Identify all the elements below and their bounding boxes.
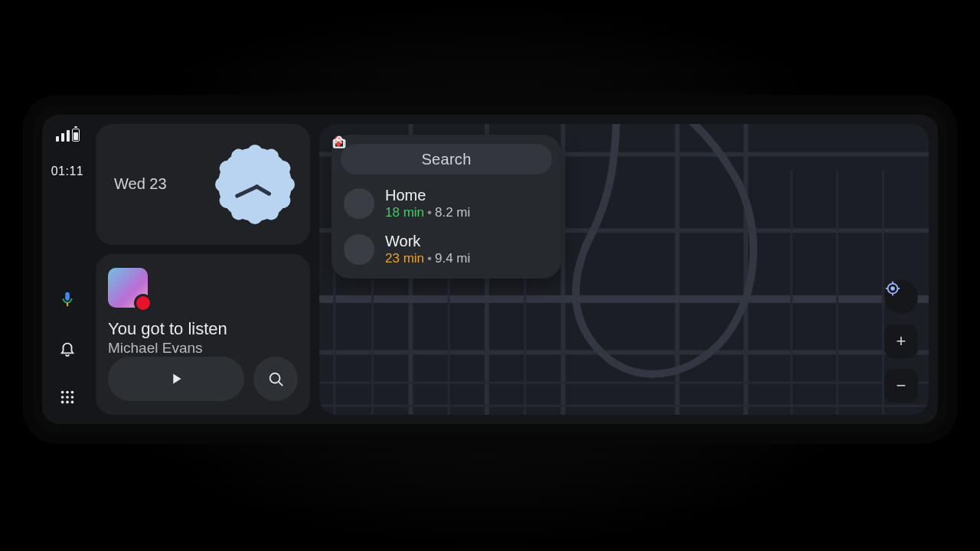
track-artist: Michael Evans xyxy=(108,340,298,357)
signal-icon xyxy=(67,130,70,142)
destination-subtitle: 23 min•9.4 mi xyxy=(385,251,470,266)
map-suggestions-panel: Search Home 18 min•8.2 mi xyxy=(332,135,561,279)
recenter-button[interactable] xyxy=(884,280,918,314)
device-bezel: 01:11 xyxy=(33,106,947,433)
bell-icon xyxy=(59,340,76,357)
screen: 01:11 xyxy=(42,115,938,424)
left-column: Wed 23 xyxy=(96,124,310,415)
app-launcher-button[interactable] xyxy=(54,384,80,410)
svg-rect-15 xyxy=(334,140,345,148)
svg-point-3 xyxy=(66,391,69,394)
destination-home[interactable]: Home 18 min•8.2 mi xyxy=(341,187,552,220)
analog-clock-icon xyxy=(218,148,292,221)
destination-title: Home xyxy=(385,187,470,204)
apps-grid-icon xyxy=(59,389,76,406)
play-icon xyxy=(168,370,185,387)
svg-point-17 xyxy=(891,287,894,290)
svg-line-12 xyxy=(279,382,283,386)
battery-icon xyxy=(72,129,80,142)
home-icon xyxy=(344,188,374,219)
map-controls: + − xyxy=(884,280,918,403)
media-card: You got to listen Michael Evans xyxy=(96,254,310,416)
play-button[interactable] xyxy=(108,357,244,401)
svg-point-4 xyxy=(71,391,74,394)
svg-point-7 xyxy=(71,396,74,399)
svg-point-10 xyxy=(71,401,74,404)
assistant-button[interactable] xyxy=(54,286,80,312)
plus-icon: + xyxy=(897,331,906,351)
media-source-badge-icon xyxy=(134,294,152,312)
destination-subtitle: 18 min•8.2 mi xyxy=(385,205,470,220)
date-label: Wed 23 xyxy=(114,175,167,193)
svg-point-8 xyxy=(61,401,64,404)
svg-point-5 xyxy=(61,396,64,399)
svg-rect-0 xyxy=(65,292,70,301)
svg-point-6 xyxy=(66,396,69,399)
search-label: Search xyxy=(348,151,544,168)
svg-point-2 xyxy=(61,391,64,394)
minus-icon: − xyxy=(897,376,906,396)
mic-icon xyxy=(59,291,76,308)
zoom-out-button[interactable]: − xyxy=(884,369,918,403)
clock-text: 01:11 xyxy=(51,165,84,178)
locate-icon xyxy=(884,280,901,297)
map-search-button[interactable]: Search xyxy=(341,144,552,174)
svg-point-9 xyxy=(66,401,69,404)
album-art[interactable] xyxy=(108,268,148,308)
media-search-button[interactable] xyxy=(253,357,298,401)
briefcase-icon xyxy=(344,234,374,265)
signal-icon xyxy=(56,136,59,142)
search-icon xyxy=(267,370,284,387)
map-panel[interactable]: Search Home 18 min•8.2 mi xyxy=(319,124,929,415)
status-icons xyxy=(56,129,80,142)
svg-point-11 xyxy=(270,373,280,383)
destination-title: Work xyxy=(385,233,470,250)
system-rail: 01:11 xyxy=(42,115,93,424)
track-title: You got to listen xyxy=(108,318,298,340)
clock-card[interactable]: Wed 23 xyxy=(96,124,310,245)
signal-icon xyxy=(61,133,64,142)
destination-work[interactable]: Work 23 min•9.4 mi xyxy=(341,233,552,266)
zoom-in-button[interactable]: + xyxy=(884,324,918,358)
stage: 01:11 xyxy=(0,0,980,551)
notifications-button[interactable] xyxy=(54,335,80,361)
